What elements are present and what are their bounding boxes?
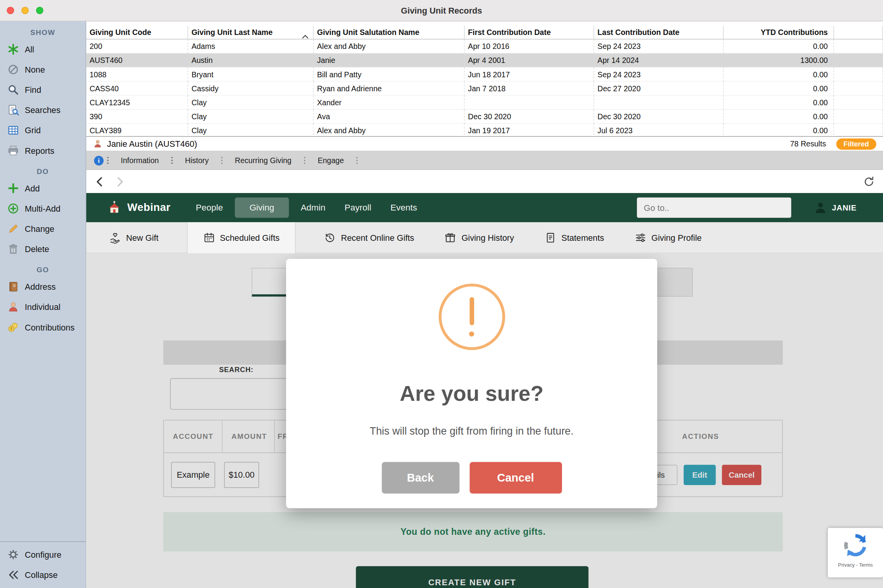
- church-icon: [107, 200, 122, 215]
- sidebar-item-none[interactable]: None: [0, 59, 86, 79]
- column-header[interactable]: Last Contribution Date: [594, 26, 724, 40]
- cell-code: 390: [86, 110, 188, 124]
- subnav-new-gift[interactable]: New Gift: [107, 222, 161, 253]
- filtered-badge[interactable]: Filtered: [836, 138, 876, 150]
- sidebar-item-configure[interactable]: Configure: [0, 544, 86, 564]
- cell-empty: [834, 124, 883, 137]
- subnav-giving-profile[interactable]: Giving Profile: [632, 222, 704, 253]
- sidebar-item-change[interactable]: Change: [0, 218, 86, 238]
- subnav-recent-online-gifts[interactable]: Recent Online Gifts: [322, 222, 417, 253]
- app-window: Giving Unit Records SHOW All None Find S…: [0, 0, 883, 588]
- sidebar-item-searches[interactable]: Searches: [0, 99, 86, 120]
- table-row[interactable]: CLAY12345 Clay Xander 0.00: [86, 96, 883, 110]
- table-row[interactable]: 390 Clay Ava Dec 30 2020 Dec 30 2020 0.0…: [86, 110, 883, 124]
- subnav-label: Scheduled Gifts: [220, 233, 279, 242]
- nav-people[interactable]: People: [188, 198, 230, 218]
- cell-code: AUST460: [86, 54, 188, 68]
- sidebar-item-label: Multi-Add: [25, 204, 61, 213]
- sidebar-item-delete[interactable]: Delete: [0, 238, 86, 259]
- cell-empty: [834, 82, 883, 96]
- webview-content: SEARCH: ACCOUNT AMOUNT FREQUENCY ACTIONS…: [86, 253, 883, 588]
- sidebar-item-add[interactable]: Add: [0, 178, 86, 198]
- sidebar-footer: Configure Collapse: [0, 541, 86, 585]
- nav-payroll[interactable]: Payroll: [337, 198, 379, 218]
- sidebar-item-collapse[interactable]: Collapse: [0, 564, 86, 585]
- table-row-selected[interactable]: AUST460 Austin Janie Apr 4 2001 Apr 14 2…: [86, 54, 883, 68]
- tab-history[interactable]: History: [176, 156, 218, 165]
- cell-salutation: Janie: [314, 54, 464, 68]
- column-header[interactable]: YTD Contributions: [724, 26, 834, 40]
- sidebar-item-reports[interactable]: Reports: [0, 140, 86, 160]
- tab-gripper-icon: [304, 157, 305, 164]
- cell-empty: [834, 39, 883, 53]
- column-header-sorted[interactable]: Giving Unit Last Name: [188, 26, 314, 40]
- column-header[interactable]: First Contribution Date: [464, 26, 594, 40]
- cancel-button-modal[interactable]: Cancel: [469, 462, 562, 494]
- cell-salutation: Xander: [314, 96, 464, 110]
- saved-search-icon: [7, 104, 19, 115]
- sidebar-item-find[interactable]: Find: [0, 79, 86, 99]
- cell-salutation: Ryan and Adrienne: [314, 82, 464, 96]
- cell-first-date: Dec 30 2020: [464, 110, 594, 124]
- site-brand[interactable]: Webinar: [127, 202, 170, 214]
- sidebar-item-label: Contributions: [25, 322, 75, 332]
- back-button-modal[interactable]: Back: [382, 462, 459, 494]
- table-row[interactable]: CLAY389 Clay Alex and Abby Jan 19 2017 J…: [86, 124, 883, 137]
- modal-title: Are you sure?: [400, 381, 543, 405]
- sidebar-item-address[interactable]: Address: [0, 276, 86, 296]
- calendar-icon: [203, 231, 215, 243]
- recaptcha-badge[interactable]: Privacy - Terms: [828, 528, 883, 578]
- hand-heart-icon: [109, 231, 121, 243]
- cell-code: CLAY12345: [86, 96, 188, 110]
- recaptcha-label[interactable]: Privacy - Terms: [838, 562, 873, 568]
- sidebar-item-label: Address: [25, 282, 56, 291]
- subnav-label: Recent Online Gifts: [341, 233, 414, 242]
- sidebar-item-grid[interactable]: Grid: [0, 120, 86, 140]
- cell-first-date: Jan 19 2017: [464, 124, 594, 137]
- cell-last-name: Clay: [188, 96, 314, 110]
- sidebar-item-label: Collapse: [25, 570, 58, 579]
- subnav-scheduled-gifts[interactable]: Scheduled Gifts: [187, 222, 296, 253]
- cell-code: CLAY389: [86, 124, 188, 137]
- sidebar-item-multi-add[interactable]: Multi-Add: [0, 198, 86, 218]
- forward-button[interactable]: [113, 175, 126, 188]
- column-header[interactable]: Giving Unit Salutation Name: [314, 26, 464, 40]
- warning-icon: [438, 284, 505, 350]
- asterisk-icon: [7, 43, 19, 55]
- tab-engage[interactable]: Engage: [309, 156, 353, 165]
- subnav-giving-history[interactable]: Giving History: [442, 222, 516, 253]
- cell-last-date: Sep 24 2023: [594, 39, 724, 53]
- tab-gripper-icon: [171, 157, 173, 164]
- gift-icon: [445, 231, 456, 243]
- sidebar-item-label: Delete: [25, 244, 49, 254]
- cell-last-name: Clay: [188, 110, 314, 124]
- table-row[interactable]: 200 Adams Alex and Abby Apr 10 2016 Sep …: [86, 39, 883, 53]
- nav-events[interactable]: Events: [383, 198, 424, 218]
- goto-search-input[interactable]: [637, 198, 791, 218]
- sidebar-item-contributions[interactable]: Contributions: [0, 317, 86, 337]
- nav-admin[interactable]: Admin: [293, 198, 333, 218]
- tab-information[interactable]: Information: [112, 156, 168, 165]
- tab-recurring-giving[interactable]: Recurring Giving: [226, 156, 300, 165]
- cell-ytd: 1300.00: [724, 54, 834, 68]
- subnav-statements[interactable]: Statements: [542, 222, 606, 253]
- refresh-icon[interactable]: [863, 175, 875, 188]
- cell-last-date: Dec 30 2020: [594, 110, 724, 124]
- back-button[interactable]: [94, 175, 106, 188]
- user-menu[interactable]: JANIE: [814, 201, 857, 214]
- grid-icon: [7, 124, 19, 136]
- sidebar-item-label: Grid: [25, 125, 41, 135]
- column-header[interactable]: Giving Unit Code: [86, 26, 188, 40]
- info-icon[interactable]: i: [94, 156, 104, 165]
- nav-giving[interactable]: Giving: [235, 198, 289, 218]
- circle-slash-icon: [7, 63, 19, 75]
- sidebar-item-individual[interactable]: Individual: [0, 297, 86, 317]
- cell-ytd: 0.00: [724, 96, 834, 110]
- table-row[interactable]: 1088 Bryant Bill and Patty Jun 18 2017 S…: [86, 68, 883, 82]
- cell-salutation: Alex and Abby: [314, 39, 464, 53]
- sidebar-item-label: Searches: [25, 105, 61, 115]
- sidebar-item-all[interactable]: All: [0, 39, 86, 59]
- cell-empty: [834, 96, 883, 110]
- modal-buttons: Back Cancel: [382, 462, 562, 494]
- table-row[interactable]: CASS40 Cassidy Ryan and Adrienne Jan 7 2…: [86, 82, 883, 96]
